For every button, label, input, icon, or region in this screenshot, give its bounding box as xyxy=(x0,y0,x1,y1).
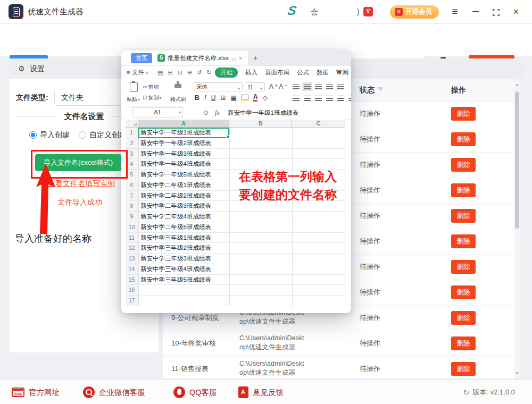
chevron-down-icon xyxy=(137,96,140,102)
align-right-icon xyxy=(315,96,322,101)
delete-button[interactable]: 删除 xyxy=(451,311,476,325)
delete-button[interactable]: 删除 xyxy=(451,362,476,376)
scroll-down-icon[interactable]: ▼ xyxy=(514,371,520,375)
spreadsheet-doc-icon xyxy=(157,54,165,62)
copy-icon xyxy=(143,95,148,100)
row-number: 2 xyxy=(126,138,138,148)
path-line-2: op\优速文件生成器 xyxy=(239,368,304,377)
status-cell: 待操作 xyxy=(360,160,380,170)
maximize-button[interactable] xyxy=(488,0,504,23)
custom-create-radio[interactable] xyxy=(79,131,86,139)
brand-s-icon xyxy=(287,3,298,18)
delete-button[interactable]: 删除 xyxy=(451,260,476,274)
file-path-cell: C:\Users\admin\Desktop\优速文件生成器 xyxy=(239,334,304,352)
chevron-down-icon xyxy=(237,82,240,92)
row-number: 14 xyxy=(126,264,138,274)
excel-row: 15新安中学三年级5班成绩表 xyxy=(126,275,345,285)
footer-link[interactable]: 官方网址 xyxy=(12,380,60,404)
excel-menubar: 文件 开始插入页面布局公式数据审阅 xyxy=(121,65,351,79)
paste-label: 粘贴 xyxy=(127,96,140,103)
delete-button[interactable]: 删除 xyxy=(451,209,476,223)
align-center-icon xyxy=(304,96,311,101)
delete-button[interactable]: 删除 xyxy=(451,132,476,146)
open-vip-button[interactable]: 开通会员 xyxy=(390,5,439,19)
delete-button[interactable]: 删除 xyxy=(451,183,476,197)
cell-name-box: A1 xyxy=(132,107,183,117)
excel-menu-tab: 审阅 xyxy=(336,69,348,77)
delete-button[interactable]: 删除 xyxy=(451,158,476,172)
app-window: 优速文件生成器 会 ) 开通会员 ≡ ─ × 清空设置 创建位置： 自定义 C:… xyxy=(0,0,532,404)
wrap-text-icon xyxy=(337,96,344,101)
section-title-text: 文件名设置 xyxy=(64,112,104,122)
chevron-down-icon xyxy=(260,82,262,92)
refresh-icon[interactable] xyxy=(463,388,470,397)
divider-line xyxy=(16,116,59,117)
delete-button[interactable]: 删除 xyxy=(451,336,476,350)
excel-formula-bar: A1 fx 新安中学一年级1班成绩表 xyxy=(121,106,351,120)
excel-row: 10新安中学二年级5班成绩表 xyxy=(126,222,345,233)
vip-icon xyxy=(395,8,403,16)
excel-menu-tab: 数据 xyxy=(317,69,329,77)
excel-menu-tabs: 开始插入页面布局公式数据审阅 xyxy=(215,65,348,79)
status-cell: 待操作 xyxy=(360,313,380,323)
table-scrollbar[interactable]: ▲ ▼ xyxy=(514,80,520,377)
fx-icon: fx xyxy=(215,106,220,120)
fill-color-icon xyxy=(242,95,248,100)
bold-icon: B xyxy=(195,94,200,102)
delete-button[interactable]: 删除 xyxy=(451,285,476,299)
font-grow-shrink-icons xyxy=(269,83,289,90)
column-header-b: B xyxy=(229,120,292,128)
chevron-down-icon xyxy=(159,95,161,100)
scroll-up-icon[interactable]: ▲ xyxy=(514,82,520,86)
footer-link[interactable]: 意见反馈 xyxy=(238,380,284,404)
close-button[interactable]: × xyxy=(508,0,524,23)
excel-file-menu: 文件 xyxy=(127,65,149,80)
row-number: 1 xyxy=(126,128,138,138)
horizontal-align-icons xyxy=(293,96,351,101)
menu-icon[interactable]: ≡ xyxy=(447,0,463,23)
new-tab-icon xyxy=(253,50,257,65)
excel-cell: 新安中学二年级1班成绩表 xyxy=(140,180,211,191)
excel-row: 12新安中学三年级2班成绩表 xyxy=(126,243,345,254)
row-number: 10 xyxy=(126,222,138,232)
excel-cell: 新安中学一年级3班成绩表 xyxy=(140,149,211,159)
excel-cell: 新安中学三年级3班成绩表 xyxy=(140,254,211,264)
excel-row: 3新安中学一年级3班成绩表 xyxy=(126,149,345,159)
excel-cell: 新安中学三年级4班成绩表 xyxy=(140,264,211,275)
excel-cell: 新安中学三年级1班成绩表 xyxy=(140,233,211,243)
quick-access-icons xyxy=(157,65,222,79)
filter-icon[interactable] xyxy=(378,87,383,94)
cut-label: 剪切 xyxy=(143,83,159,91)
excel-cell: 新安中学一年级5班成绩表 xyxy=(140,170,211,180)
status-cell: 待操作 xyxy=(360,288,380,297)
delete-button[interactable]: 删除 xyxy=(451,107,476,121)
footer-link-label: 官方网址 xyxy=(29,388,60,398)
footer-link[interactable]: QQ客服 xyxy=(173,380,217,404)
gear-icon xyxy=(18,58,25,79)
status-cell: 待操作 xyxy=(360,109,380,119)
tab-close-icon xyxy=(239,53,243,63)
path-line-2: op\优速文件生成器 xyxy=(239,317,304,326)
cell-style-icon xyxy=(230,94,236,102)
annotation-text-line1: 在表格第一列输入 xyxy=(229,169,346,185)
member-text: 会 xyxy=(311,0,318,23)
feedback-icon xyxy=(238,386,248,398)
path-line-2: op\优速文件生成器 xyxy=(239,343,304,352)
annotation-note: 导入准备好的名称 xyxy=(15,232,92,245)
footer-link[interactable]: 企业微信客服 xyxy=(83,380,145,404)
settings-header-label: 设置 xyxy=(30,58,45,79)
excel-row: 13新安中学三年级3班成绩表 xyxy=(126,254,345,264)
titlebar: 优速文件生成器 会 ) 开通会员 ≡ ─ × xyxy=(0,0,532,24)
row-number: 9 xyxy=(126,212,138,222)
borders-icon xyxy=(220,94,226,102)
minimize-button[interactable]: ─ xyxy=(468,0,484,23)
italic-icon: I xyxy=(204,94,206,102)
delete-button[interactable]: 删除 xyxy=(451,234,476,248)
excel-cell: 新安中学三年级5班成绩表 xyxy=(140,275,211,285)
excel-tabbar: 首页 批量创建文件名称.xlsx xyxy=(121,50,351,66)
excel-menu-tab: 页面布局 xyxy=(265,69,289,77)
scrollbar-thumb[interactable] xyxy=(515,91,519,229)
merge-cells-icon xyxy=(348,96,351,101)
excel-row: 17 xyxy=(126,296,345,306)
import-create-radio[interactable] xyxy=(29,131,37,139)
